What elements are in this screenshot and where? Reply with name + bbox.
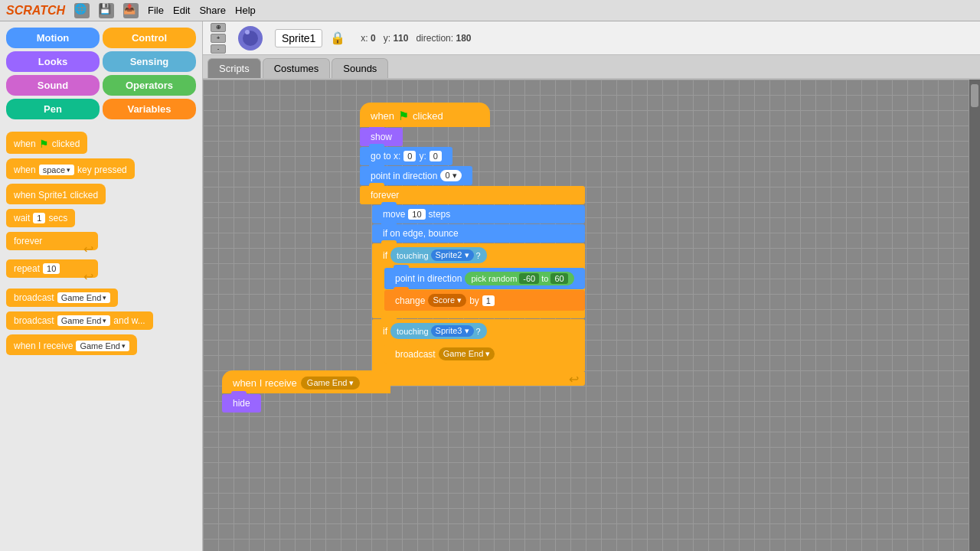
- block-wait[interactable]: wait 1 secs: [6, 209, 75, 227]
- block-broadcast[interactable]: broadcast Game End ▾: [6, 289, 118, 307]
- cat-pen[interactable]: Pen: [6, 99, 100, 119]
- sprite-bar: ⊕ + - Sprite1 🔒 x: 0 y: 110 direction: 1…: [203, 21, 980, 55]
- cat-control[interactable]: Control: [103, 28, 196, 48]
- script-canvas[interactable]: when ⚑ clicked show go to x: 0 y: 0 poin…: [203, 80, 980, 551]
- tab-scripts[interactable]: Scripts: [207, 58, 261, 78]
- block-forever[interactable]: forever move 10 steps if on edge, bounce: [360, 186, 585, 386]
- menu-share[interactable]: Share: [199, 5, 226, 16]
- block-broadcast-game-end[interactable]: broadcast Game End ▾: [384, 344, 585, 364]
- sidebar: Motion Control Looks Sensing Sound Opera…: [0, 21, 203, 551]
- block-point-random[interactable]: point in direction pick random -60 to 60: [384, 268, 585, 289]
- tab-bar: Scripts Costumes Sounds: [203, 55, 980, 80]
- block-when-receive-game-end[interactable]: when I receive Game End ▾: [222, 370, 390, 393]
- menu-help[interactable]: Help: [235, 5, 256, 16]
- main-script-stack: when ⚑ clicked show go to x: 0 y: 0 poin…: [360, 103, 585, 386]
- cat-looks[interactable]: Looks: [6, 51, 100, 72]
- block-hide[interactable]: hide: [222, 394, 261, 412]
- coord-y: y: 110: [384, 33, 409, 44]
- logo: SCRATCH: [6, 4, 65, 18]
- lock-icon[interactable]: 🔒: [330, 31, 345, 45]
- zoom-out-btn[interactable]: -: [211, 44, 226, 54]
- save-icon[interactable]: 💾: [99, 3, 114, 18]
- coord-x: x: 0: [361, 33, 375, 44]
- scrollbar-right[interactable]: [969, 80, 980, 551]
- block-change-score[interactable]: change Score ▾ by 1: [384, 290, 585, 311]
- svg-point-2: [245, 30, 250, 34]
- block-when-key-pressed[interactable]: when space ▾ key pressed: [6, 158, 135, 179]
- menu-file[interactable]: File: [148, 5, 164, 16]
- coord-dir: direction: 180: [416, 33, 471, 44]
- cat-sound[interactable]: Sound: [6, 75, 100, 96]
- tab-sounds[interactable]: Sounds: [332, 58, 388, 78]
- topbar: SCRATCH 🌐 💾 📤 File Edit Share Help: [0, 0, 980, 21]
- block-forever[interactable]: forever ↩: [6, 232, 98, 250]
- block-palette: when ⚑ clicked when space ▾ key pressed …: [0, 126, 202, 551]
- block-broadcast-wait[interactable]: broadcast Game End ▾ and w...: [6, 311, 153, 330]
- right-panel: ⊕ + - Sprite1 🔒 x: 0 y: 110 direction: 1…: [203, 21, 980, 551]
- tab-costumes[interactable]: Costumes: [263, 58, 331, 78]
- globe-icon[interactable]: 🌐: [74, 3, 90, 18]
- cat-variables[interactable]: Variables: [103, 99, 196, 119]
- block-when-receive[interactable]: when I receive Game End ▾: [6, 334, 137, 355]
- zoom-in-btn[interactable]: +: [211, 34, 226, 43]
- category-panel: Motion Control Looks Sensing Sound Opera…: [0, 21, 202, 126]
- sprite-coords: x: 0 y: 110 direction: 180: [361, 33, 471, 44]
- block-if-touching-sprite3[interactable]: if touching Sprite3 ▾ ? broadcast Game E…: [372, 319, 585, 372]
- scrollbar-thumb[interactable]: [971, 84, 978, 107]
- block-if-edge-bounce[interactable]: if on edge, bounce: [372, 224, 585, 243]
- block-move-steps[interactable]: move 10 steps: [372, 205, 585, 223]
- menu-edit[interactable]: Edit: [173, 5, 190, 16]
- cat-motion[interactable]: Motion: [6, 28, 100, 48]
- cat-operators[interactable]: Operators: [103, 75, 196, 96]
- block-hat-when-clicked[interactable]: when ⚑ clicked: [360, 103, 490, 127]
- block-when-sprite-clicked[interactable]: when Sprite1 clicked: [6, 184, 106, 204]
- sprite-thumbnail: [234, 21, 267, 55]
- receive-script-stack: when I receive Game End ▾ hide: [222, 370, 390, 412]
- viewport-controls: ⊕ + -: [211, 23, 226, 54]
- block-repeat[interactable]: repeat 10 ↩: [6, 259, 98, 278]
- block-if-touching-sprite2[interactable]: if touching Sprite2 ▾ ? point in directi…: [372, 243, 585, 318]
- block-when-flag-clicked[interactable]: when ⚑ clicked: [6, 132, 87, 154]
- upload-icon[interactable]: 📤: [123, 3, 139, 18]
- sprite-name[interactable]: Sprite1: [275, 29, 322, 47]
- zoom-fit-btn[interactable]: ⊕: [211, 23, 226, 32]
- main-layout: Motion Control Looks Sensing Sound Opera…: [0, 21, 980, 551]
- svg-point-1: [243, 31, 258, 46]
- cat-sensing[interactable]: Sensing: [103, 51, 196, 72]
